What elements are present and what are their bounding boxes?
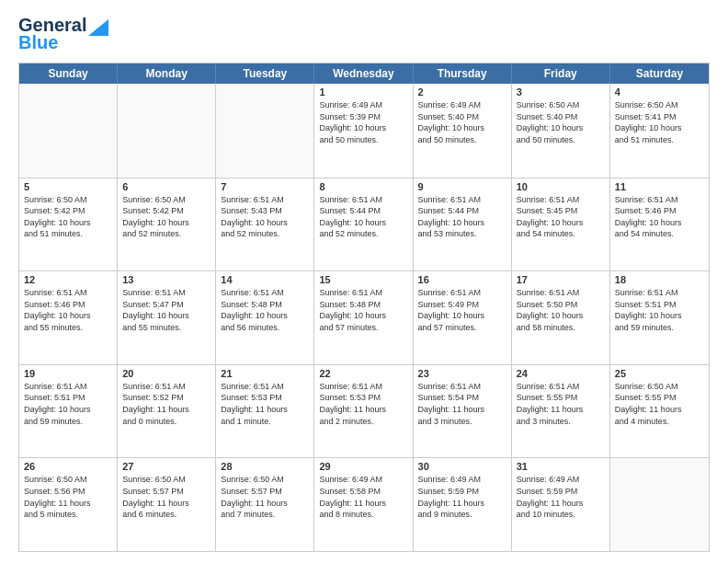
logo-blue: Blue	[18, 32, 58, 53]
day-number: 12	[24, 274, 112, 285]
day-info: Sunrise: 6:51 AMSunset: 5:54 PMDaylight:…	[418, 381, 506, 427]
calendar-day-4: 4Sunrise: 6:50 AMSunset: 5:41 PMDaylight…	[610, 84, 709, 178]
calendar-body: 1Sunrise: 6:49 AMSunset: 5:39 PMDaylight…	[19, 84, 709, 551]
calendar-empty-cell	[216, 84, 314, 178]
calendar-empty-cell	[610, 458, 709, 551]
day-info: Sunrise: 6:50 AMSunset: 5:42 PMDaylight:…	[122, 194, 210, 240]
weekday-header: Friday	[512, 63, 610, 84]
day-number: 29	[319, 461, 407, 472]
day-info: Sunrise: 6:49 AMSunset: 5:58 PMDaylight:…	[319, 474, 407, 520]
day-number: 21	[221, 368, 309, 379]
calendar-day-6: 6Sunrise: 6:50 AMSunset: 5:42 PMDaylight…	[118, 178, 216, 271]
day-info: Sunrise: 6:49 AMSunset: 5:59 PMDaylight:…	[517, 474, 605, 520]
calendar-day-15: 15Sunrise: 6:51 AMSunset: 5:48 PMDayligh…	[314, 271, 413, 364]
day-info: Sunrise: 6:50 AMSunset: 5:42 PMDaylight:…	[24, 194, 112, 240]
weekday-header: Tuesday	[216, 63, 314, 84]
day-number: 9	[418, 181, 506, 192]
day-info: Sunrise: 6:51 AMSunset: 5:45 PMDaylight:…	[517, 194, 605, 240]
day-info: Sunrise: 6:51 AMSunset: 5:46 PMDaylight:…	[24, 287, 112, 333]
day-number: 30	[418, 461, 506, 472]
calendar-day-26: 26Sunrise: 6:50 AMSunset: 5:56 PMDayligh…	[19, 458, 118, 551]
day-number: 10	[517, 181, 605, 192]
day-number: 18	[615, 274, 704, 285]
calendar-row: 19Sunrise: 6:51 AMSunset: 5:51 PMDayligh…	[19, 364, 709, 458]
header: General Blue	[18, 15, 710, 53]
day-number: 22	[319, 368, 407, 379]
calendar-day-12: 12Sunrise: 6:51 AMSunset: 5:46 PMDayligh…	[19, 271, 118, 364]
calendar-empty-cell	[118, 84, 216, 178]
day-info: Sunrise: 6:49 AMSunset: 5:40 PMDaylight:…	[418, 99, 506, 145]
day-info: Sunrise: 6:51 AMSunset: 5:49 PMDaylight:…	[418, 287, 506, 333]
calendar-day-11: 11Sunrise: 6:51 AMSunset: 5:46 PMDayligh…	[610, 178, 709, 271]
calendar-day-10: 10Sunrise: 6:51 AMSunset: 5:45 PMDayligh…	[512, 178, 610, 271]
calendar-day-17: 17Sunrise: 6:51 AMSunset: 5:50 PMDayligh…	[512, 271, 610, 364]
calendar-day-13: 13Sunrise: 6:51 AMSunset: 5:47 PMDayligh…	[118, 271, 216, 364]
calendar-day-30: 30Sunrise: 6:49 AMSunset: 5:59 PMDayligh…	[414, 458, 512, 551]
day-number: 11	[615, 181, 704, 192]
day-number: 6	[122, 181, 210, 192]
calendar-row: 26Sunrise: 6:50 AMSunset: 5:56 PMDayligh…	[19, 457, 709, 551]
calendar-page: General Blue SundayMondayTuesdayWednesda…	[0, 0, 728, 563]
day-number: 2	[418, 86, 506, 98]
day-info: Sunrise: 6:50 AMSunset: 5:57 PMDaylight:…	[122, 474, 210, 520]
calendar-day-16: 16Sunrise: 6:51 AMSunset: 5:49 PMDayligh…	[414, 271, 512, 364]
calendar-day-7: 7Sunrise: 6:51 AMSunset: 5:43 PMDaylight…	[216, 178, 314, 271]
day-number: 28	[221, 461, 309, 472]
calendar-day-29: 29Sunrise: 6:49 AMSunset: 5:58 PMDayligh…	[314, 458, 413, 551]
day-info: Sunrise: 6:51 AMSunset: 5:52 PMDaylight:…	[122, 381, 210, 427]
day-number: 27	[122, 461, 210, 472]
day-info: Sunrise: 6:51 AMSunset: 5:48 PMDaylight:…	[221, 287, 309, 333]
calendar-day-8: 8Sunrise: 6:51 AMSunset: 5:44 PMDaylight…	[314, 178, 413, 271]
day-number: 20	[122, 368, 210, 379]
calendar-day-31: 31Sunrise: 6:49 AMSunset: 5:59 PMDayligh…	[512, 458, 610, 551]
calendar-day-2: 2Sunrise: 6:49 AMSunset: 5:40 PMDaylight…	[414, 84, 512, 178]
day-info: Sunrise: 6:50 AMSunset: 5:57 PMDaylight:…	[221, 474, 309, 520]
day-info: Sunrise: 6:50 AMSunset: 5:56 PMDaylight:…	[24, 474, 112, 520]
day-number: 16	[418, 274, 506, 285]
svg-marker-0	[88, 19, 108, 36]
day-number: 19	[24, 368, 112, 379]
calendar-row: 12Sunrise: 6:51 AMSunset: 5:46 PMDayligh…	[19, 270, 709, 364]
day-number: 17	[517, 274, 605, 285]
calendar-day-1: 1Sunrise: 6:49 AMSunset: 5:39 PMDaylight…	[314, 84, 413, 178]
day-number: 24	[517, 368, 605, 379]
weekday-header: Wednesday	[314, 63, 413, 84]
day-info: Sunrise: 6:51 AMSunset: 5:47 PMDaylight:…	[122, 287, 210, 333]
day-number: 8	[319, 181, 407, 192]
calendar-day-21: 21Sunrise: 6:51 AMSunset: 5:53 PMDayligh…	[216, 365, 314, 458]
weekday-header: Monday	[118, 63, 216, 84]
day-number: 26	[24, 461, 112, 472]
day-info: Sunrise: 6:51 AMSunset: 5:53 PMDaylight:…	[319, 381, 407, 427]
weekday-header: Saturday	[610, 63, 709, 84]
calendar-day-9: 9Sunrise: 6:51 AMSunset: 5:44 PMDaylight…	[414, 178, 512, 271]
calendar-day-14: 14Sunrise: 6:51 AMSunset: 5:48 PMDayligh…	[216, 271, 314, 364]
calendar-day-28: 28Sunrise: 6:50 AMSunset: 5:57 PMDayligh…	[216, 458, 314, 551]
calendar-day-3: 3Sunrise: 6:50 AMSunset: 5:40 PMDaylight…	[512, 84, 610, 178]
calendar-row: 1Sunrise: 6:49 AMSunset: 5:39 PMDaylight…	[19, 84, 709, 178]
calendar-day-18: 18Sunrise: 6:51 AMSunset: 5:51 PMDayligh…	[610, 271, 709, 364]
day-info: Sunrise: 6:51 AMSunset: 5:44 PMDaylight:…	[418, 194, 506, 240]
day-info: Sunrise: 6:51 AMSunset: 5:48 PMDaylight:…	[319, 287, 407, 333]
calendar-day-23: 23Sunrise: 6:51 AMSunset: 5:54 PMDayligh…	[414, 365, 512, 458]
day-info: Sunrise: 6:51 AMSunset: 5:53 PMDaylight:…	[221, 381, 309, 427]
calendar: SundayMondayTuesdayWednesdayThursdayFrid…	[18, 63, 710, 552]
calendar-day-24: 24Sunrise: 6:51 AMSunset: 5:55 PMDayligh…	[512, 365, 610, 458]
day-number: 14	[221, 274, 309, 285]
day-number: 5	[24, 181, 112, 192]
day-number: 25	[615, 368, 704, 379]
calendar-day-20: 20Sunrise: 6:51 AMSunset: 5:52 PMDayligh…	[118, 365, 216, 458]
day-info: Sunrise: 6:49 AMSunset: 5:39 PMDaylight:…	[319, 99, 407, 145]
logo-triangle-icon	[88, 19, 108, 36]
day-number: 15	[319, 274, 407, 285]
day-info: Sunrise: 6:51 AMSunset: 5:46 PMDaylight:…	[615, 194, 704, 240]
calendar-row: 5Sunrise: 6:50 AMSunset: 5:42 PMDaylight…	[19, 178, 709, 271]
calendar-day-5: 5Sunrise: 6:50 AMSunset: 5:42 PMDaylight…	[19, 178, 118, 271]
day-number: 3	[517, 86, 605, 98]
day-number: 31	[517, 461, 605, 472]
logo: General Blue	[18, 15, 108, 53]
day-info: Sunrise: 6:51 AMSunset: 5:51 PMDaylight:…	[24, 381, 112, 427]
day-info: Sunrise: 6:51 AMSunset: 5:43 PMDaylight:…	[221, 194, 309, 240]
day-info: Sunrise: 6:50 AMSunset: 5:55 PMDaylight:…	[615, 381, 704, 427]
calendar-empty-cell	[19, 84, 118, 178]
day-info: Sunrise: 6:51 AMSunset: 5:50 PMDaylight:…	[517, 287, 605, 333]
